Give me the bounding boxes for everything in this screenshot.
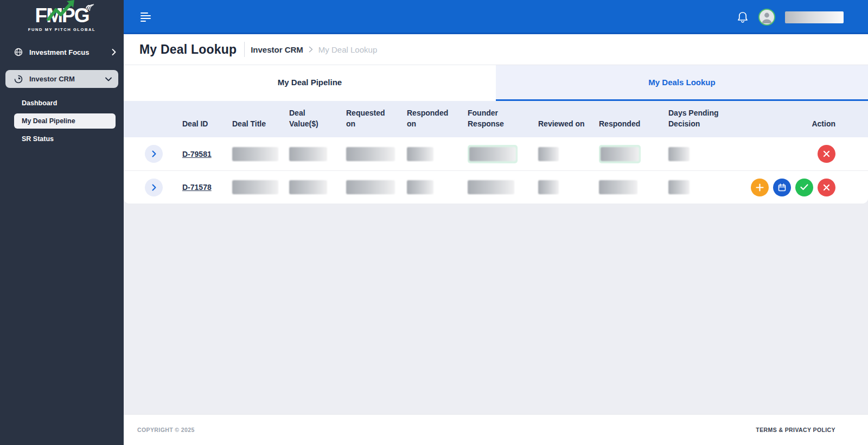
redacted-reviewed-on bbox=[538, 180, 559, 194]
tab-my-deals-lookup[interactable]: My Deals Lookup bbox=[496, 65, 868, 101]
deal-id-link[interactable]: D-79581 bbox=[182, 150, 212, 158]
calendar-icon bbox=[778, 183, 786, 192]
person-icon bbox=[760, 10, 774, 24]
table-row: D-71578 bbox=[124, 170, 868, 204]
terms-privacy-link[interactable]: TERMS & PRIVACY POLICY bbox=[756, 427, 835, 433]
sidebar-item-label: Investment Focus bbox=[29, 48, 90, 56]
chevron-right-icon bbox=[309, 46, 313, 53]
user-name-redacted bbox=[785, 11, 844, 23]
tab-my-deal-pipeline[interactable]: My Deal Pipeline bbox=[124, 65, 496, 101]
footer: COPYRIGHT © 2025 TERMS & PRIVACY POLICY bbox=[124, 414, 868, 445]
redacted-responded bbox=[601, 147, 639, 161]
column-header-action: Action bbox=[741, 101, 868, 137]
deal-id-link[interactable]: D-71578 bbox=[182, 183, 212, 192]
tab-bar: My Deal Pipeline My Deals Lookup bbox=[124, 65, 868, 101]
column-header-reviewed-on: Reviewed on bbox=[529, 101, 590, 137]
page-header: My Deal Lookup Investor CRM My Deal Look… bbox=[124, 34, 868, 65]
logo-tagline: FUND MY PITCH GLOBAL bbox=[0, 27, 124, 32]
redacted-days-pending bbox=[668, 147, 690, 161]
redacted-deal-value bbox=[289, 180, 327, 194]
redacted-founder-response bbox=[468, 180, 514, 194]
divider bbox=[244, 42, 245, 57]
app-root: FMPG FUND MY PITCH GLOBAL bbox=[0, 0, 868, 445]
avatar[interactable] bbox=[758, 9, 775, 26]
topbar bbox=[124, 0, 868, 34]
sidebar-subnav: Dashboard My Deal Pipeline SR Status bbox=[0, 94, 124, 148]
breadcrumb: Investor CRM My Deal Lookup bbox=[251, 45, 377, 54]
copyright-text: COPYRIGHT © 2025 bbox=[137, 427, 195, 433]
add-button[interactable] bbox=[751, 179, 769, 196]
column-header-deal-title: Deal Title bbox=[224, 101, 280, 137]
chevron-right-icon bbox=[112, 49, 116, 55]
redacted-responded bbox=[599, 180, 637, 194]
sidebar-item-dashboard[interactable]: Dashboard bbox=[0, 94, 124, 112]
reject-button[interactable] bbox=[818, 145, 835, 163]
redacted-founder-response bbox=[469, 147, 516, 161]
schedule-button[interactable] bbox=[773, 179, 791, 196]
content-area: My Deal Pipeline My Deals Lookup Deal ID… bbox=[124, 65, 868, 414]
redacted-deal-title bbox=[232, 147, 278, 161]
reject-button[interactable] bbox=[818, 179, 835, 196]
breadcrumb-current: My Deal Lookup bbox=[318, 45, 377, 54]
chevron-right-icon bbox=[152, 150, 156, 157]
logo[interactable]: FMPG FUND MY PITCH GLOBAL bbox=[0, 0, 124, 35]
plus-icon bbox=[756, 183, 764, 192]
table-header-row: Deal ID Deal Title Deal Value($) Request… bbox=[124, 101, 868, 137]
redacted-requested-on bbox=[346, 180, 395, 194]
deals-card: My Deal Pipeline My Deals Lookup Deal ID… bbox=[124, 65, 868, 204]
main-area: My Deal Lookup Investor CRM My Deal Look… bbox=[124, 0, 868, 445]
chevron-right-icon bbox=[152, 184, 156, 191]
expand-row-button[interactable] bbox=[145, 145, 163, 163]
sidebar-item-investment-focus[interactable]: Investment Focus bbox=[0, 45, 124, 59]
sidebar-item-my-deal-pipeline[interactable]: My Deal Pipeline bbox=[14, 113, 116, 129]
notification-bell-icon[interactable] bbox=[737, 11, 749, 24]
founder-response-badge bbox=[468, 145, 518, 163]
table-row: D-79581 bbox=[124, 137, 868, 170]
page-title: My Deal Lookup bbox=[139, 42, 237, 57]
redacted-requested-on bbox=[346, 147, 395, 161]
column-header-founder-response: Founder Response bbox=[459, 101, 529, 137]
column-header-expand bbox=[124, 101, 174, 137]
sidebar: FMPG FUND MY PITCH GLOBAL bbox=[0, 0, 124, 445]
expand-row-button[interactable] bbox=[145, 179, 163, 196]
check-icon bbox=[800, 184, 808, 190]
globe-icon bbox=[14, 48, 23, 56]
redacted-responded-on bbox=[407, 147, 433, 161]
redacted-days-pending bbox=[668, 180, 690, 194]
sidebar-nav: Investment Focus Investor CRM Dashboar bbox=[0, 45, 124, 148]
responded-badge bbox=[599, 145, 641, 163]
column-header-responded: Responded bbox=[590, 101, 660, 137]
column-header-requested-on: Requested on bbox=[337, 101, 398, 137]
column-header-responded-on: Responded on bbox=[398, 101, 459, 137]
column-header-deal-id: Deal ID bbox=[174, 101, 224, 137]
column-header-deal-value: Deal Value($) bbox=[280, 101, 337, 137]
logo-text: FMPG bbox=[35, 4, 89, 27]
column-header-days-pending: Days Pending Decision bbox=[660, 101, 741, 137]
breadcrumb-parent[interactable]: Investor CRM bbox=[251, 45, 303, 54]
sidebar-item-sr-status[interactable]: SR Status bbox=[0, 130, 124, 148]
redacted-responded-on bbox=[407, 180, 433, 194]
approve-button[interactable] bbox=[795, 179, 813, 196]
sidebar-item-label: Investor CRM bbox=[29, 75, 75, 83]
x-icon bbox=[823, 184, 830, 191]
x-icon bbox=[823, 150, 830, 157]
menu-toggle-button[interactable] bbox=[138, 10, 153, 24]
redacted-reviewed-on bbox=[538, 147, 559, 161]
redacted-deal-value bbox=[289, 147, 327, 161]
redacted-deal-title bbox=[232, 180, 278, 194]
sidebar-item-investor-crm[interactable]: Investor CRM bbox=[5, 70, 118, 88]
pie-chart-icon bbox=[14, 75, 23, 84]
chevron-down-icon bbox=[105, 77, 112, 81]
